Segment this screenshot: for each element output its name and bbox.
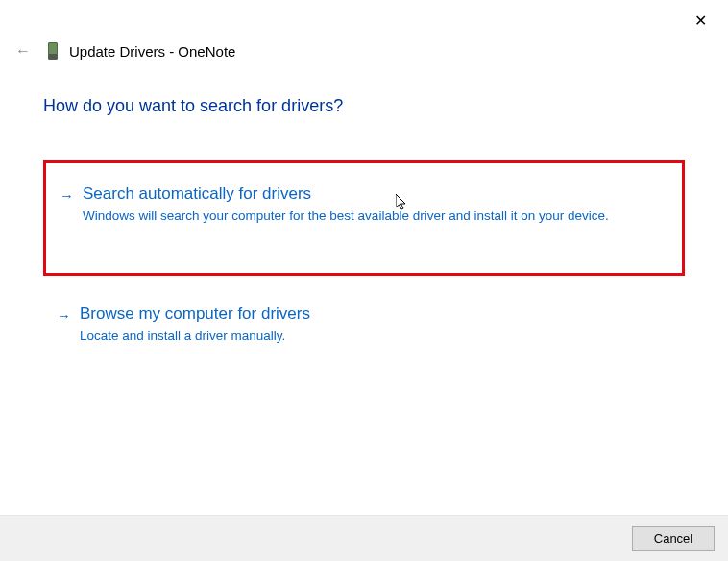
back-arrow-icon[interactable]: ← bbox=[10, 40, 36, 61]
dialog-title: Update Drivers - OneNote bbox=[69, 43, 235, 60]
options-list: → Search automatically for drivers Windo… bbox=[43, 160, 685, 358]
option-search-automatically[interactable]: → Search automatically for drivers Windo… bbox=[43, 160, 685, 276]
close-icon[interactable]: ✕ bbox=[687, 8, 715, 34]
option-description: Locate and install a driver manually. bbox=[80, 328, 658, 345]
option-title: Search automatically for drivers bbox=[83, 184, 655, 204]
cancel-button[interactable]: Cancel bbox=[632, 526, 715, 551]
option-title: Browse my computer for drivers bbox=[80, 305, 658, 324]
option-description: Windows will search your computer for th… bbox=[83, 207, 655, 225]
dialog-footer: Cancel bbox=[0, 515, 728, 561]
arrow-right-icon: → bbox=[60, 187, 74, 204]
device-icon bbox=[48, 42, 58, 60]
update-drivers-dialog: ✕ ← Update Drivers - OneNote How do you … bbox=[0, 0, 728, 561]
option-browse-computer[interactable]: → Browse my computer for drivers Locate … bbox=[43, 291, 685, 358]
dialog-content: How do you want to search for drivers? →… bbox=[43, 96, 685, 358]
dialog-heading: How do you want to search for drivers? bbox=[43, 96, 685, 116]
arrow-right-icon: → bbox=[57, 307, 71, 324]
dialog-header: ← Update Drivers - OneNote bbox=[10, 40, 709, 61]
